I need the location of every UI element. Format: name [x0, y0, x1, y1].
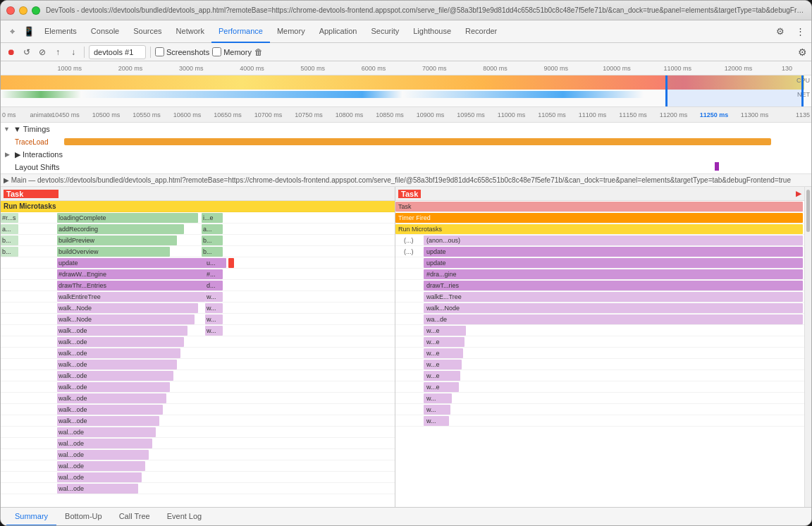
download-button[interactable]: ↓	[67, 46, 80, 59]
flame-block-row-walk-entire[interactable]: walkEntireTree w...	[1, 291, 395, 302]
block-walkode-7[interactable]: walk...ode	[57, 393, 166, 403]
flame-block-row-walknode2[interactable]: walk...Node w...	[1, 314, 395, 325]
screenshots-checkbox-label[interactable]: Screenshots	[155, 47, 209, 56]
block-walode-1[interactable]: wal...ode	[57, 427, 156, 437]
selection-handle-right[interactable]	[801, 75, 804, 107]
more-icon[interactable]: ⋮	[792, 23, 808, 40]
selection-handle-left[interactable]	[665, 75, 668, 107]
memory-checkbox[interactable]	[212, 47, 221, 56]
tab-recorder[interactable]: Recorder	[458, 20, 504, 43]
block-walk-node-1[interactable]: walk...Node	[57, 303, 198, 313]
right-task-block[interactable]: Task	[395, 202, 803, 212]
right-update-row-1[interactable]: (...) update	[395, 246, 804, 257]
right-walke-row[interactable]: walkE...Tree	[395, 291, 804, 302]
block-walkode-6[interactable]: walk...ode	[57, 382, 170, 392]
tab-lighthouse[interactable]: Lighthouse	[406, 20, 458, 43]
block-update[interactable]: update	[57, 258, 226, 268]
right-run-microtasks-block[interactable]: Run Microtasks	[395, 224, 803, 234]
flame-block-row-walknode[interactable]: walk...Node w...	[1, 302, 395, 314]
right-draw-block[interactable]: #dra...gine	[424, 269, 803, 279]
block-u2[interactable]: u...	[205, 258, 223, 268]
screenshots-checkbox[interactable]	[155, 47, 164, 56]
flame-row-walkode-8[interactable]: walk...ode	[1, 404, 395, 415]
tab-security[interactable]: Security	[364, 20, 406, 43]
block-build-overview[interactable]: buildOverview	[57, 247, 170, 257]
flame-block-row-update[interactable]: update u...	[1, 257, 395, 269]
right-update-row-2[interactable]: update	[395, 257, 804, 269]
right-we-row-1[interactable]: w...e	[395, 325, 804, 336]
block-w5[interactable]: w...	[205, 326, 223, 336]
block-b1[interactable]: b...	[1, 236, 18, 245]
block-walkode-4[interactable]: walk...ode	[57, 360, 177, 369]
tab-sources[interactable]: Sources	[126, 20, 168, 43]
right-we-block-8[interactable]: w...	[424, 405, 450, 415]
tab-event-log[interactable]: Event Log	[159, 508, 211, 526]
flame-block-row-draww[interactable]: #drawW...Engine #...	[1, 269, 395, 280]
block-b4[interactable]: b...	[202, 247, 223, 257]
flame-block-row-4[interactable]: b... buildOverview b...	[1, 246, 395, 257]
block-walkode-9[interactable]: walk...ode	[57, 416, 159, 426]
right-draw-row[interactable]: #dra...gine	[395, 269, 804, 280]
run-microtasks-row[interactable]: Run Microtasks	[1, 201, 395, 212]
flame-block-row-2[interactable]: a... addRecording a...	[1, 224, 395, 235]
flame-row-walkode-7[interactable]: walk...ode	[1, 393, 395, 404]
upload-button[interactable]: ↑	[51, 46, 64, 59]
right-we-row-2[interactable]: w...e	[395, 336, 804, 348]
block-walode-4[interactable]: wal...ode	[57, 461, 145, 471]
flame-row-walode-2[interactable]: wal...ode	[1, 438, 395, 449]
flame-block-row-drawthr[interactable]: drawThr...Entries d...	[1, 280, 395, 291]
right-task-row[interactable]: Task	[395, 201, 804, 212]
block-a2[interactable]: a...	[202, 224, 223, 234]
right-we-block-2[interactable]: w...e	[424, 337, 465, 347]
block-walkode-3[interactable]: walk...ode	[57, 348, 180, 358]
right-anon-block[interactable]: (anon...ous)	[424, 236, 803, 245]
right-we-row-5[interactable]: w...e	[395, 370, 804, 381]
block-build-preview[interactable]: buildPreview	[57, 236, 177, 245]
block-walode-5[interactable]: wal...ode	[57, 472, 142, 482]
right-timer-fired-row[interactable]: Timer Fired	[395, 212, 804, 224]
block-walkode-5[interactable]: walk...ode	[57, 371, 173, 381]
block-draw-thr-entries[interactable]: drawThr...Entries	[57, 281, 212, 290]
block-w2[interactable]: w...	[205, 292, 223, 302]
right-we-row-9[interactable]: w...	[395, 415, 804, 427]
block-rs[interactable]: #r...s	[1, 213, 18, 223]
right-drawt-row[interactable]: drawT...ries	[395, 280, 804, 291]
block-w3[interactable]: w...	[205, 303, 223, 313]
tab-memory[interactable]: Memory	[270, 20, 312, 43]
flame-right-blocks[interactable]: Task Timer Fired Run Microtasks (...)	[395, 201, 804, 507]
device-icon[interactable]: 📱	[20, 23, 37, 40]
settings-icon[interactable]: ⚙	[772, 23, 789, 40]
flame-row-walkode-1[interactable]: walk...ode w...	[1, 325, 395, 336]
right-we-block-5[interactable]: w...e	[424, 371, 460, 381]
block-i-e[interactable]: i...e	[202, 213, 223, 223]
right-we-block-3[interactable]: w...e	[424, 348, 463, 358]
block-walode-6[interactable]: wal...ode	[57, 484, 138, 494]
block-walkode-8[interactable]: walk...ode	[57, 405, 163, 415]
flame-row-walkode-2[interactable]: walk...ode	[1, 336, 395, 348]
block-walode-3[interactable]: wal...ode	[57, 450, 149, 460]
right-we-block-4[interactable]: w...e	[424, 360, 462, 369]
right-we-row-4[interactable]: w...e	[395, 359, 804, 370]
right-we-row-7[interactable]: w...	[395, 393, 804, 404]
flame-row-walode-1[interactable]: wal...ode	[1, 427, 395, 438]
block-draww-engine[interactable]: #drawW...Engine	[57, 269, 219, 279]
flame-row-walode-6[interactable]: wal...ode	[1, 483, 395, 494]
toolbar-settings-icon[interactable]: ⚙	[798, 47, 807, 58]
right-we-row-8[interactable]: w...	[395, 404, 804, 415]
right-we-row-3[interactable]: w...e	[395, 348, 804, 359]
flame-block-row-1[interactable]: #r...s loadingComplete i...e	[1, 212, 395, 224]
block-walode-2[interactable]: wal...ode	[57, 439, 152, 448]
tab-summary[interactable]: Summary	[6, 508, 56, 526]
tab-console[interactable]: Console	[84, 20, 126, 43]
flame-row-walode-3[interactable]: wal...ode	[1, 449, 395, 460]
right-we-block-7[interactable]: w...	[424, 393, 452, 403]
block-walkode-2[interactable]: walk...ode	[57, 337, 184, 347]
tab-bottom-up[interactable]: Bottom-Up	[56, 508, 111, 526]
right-dots-row-1[interactable]: (...) (anon...ous)	[395, 235, 804, 246]
block-hash2[interactable]: #...	[205, 269, 223, 279]
clear-button[interactable]: ⊘	[36, 46, 49, 59]
right-drawt-block[interactable]: drawT...ries	[424, 281, 803, 290]
right-walke-block[interactable]: walkE...Tree	[424, 292, 803, 302]
tab-application[interactable]: Application	[312, 20, 364, 43]
record-button[interactable]: ⏺	[5, 46, 18, 59]
